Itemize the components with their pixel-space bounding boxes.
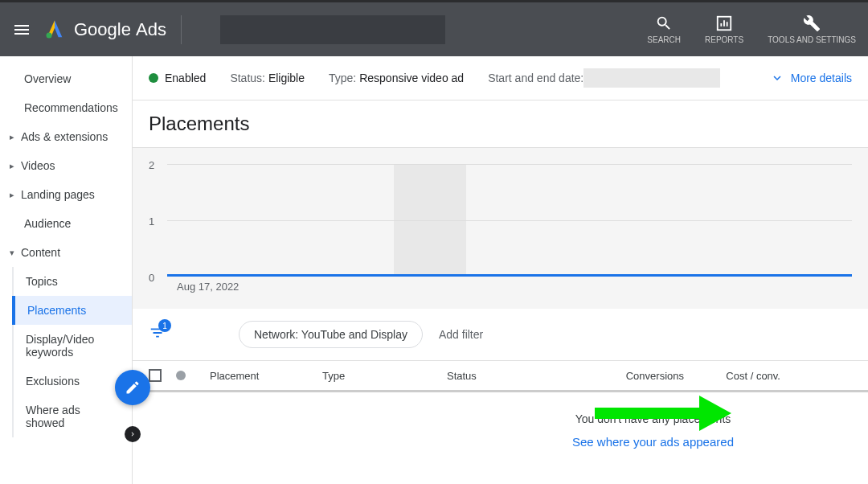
filter-icon-button[interactable]: 1 xyxy=(149,324,166,345)
app-header: Google Ads SEARCH REPORTS TOOLS AND SETT… xyxy=(0,0,868,56)
column-header-cost[interactable]: Cost / conv. xyxy=(684,370,780,382)
status-dot-icon xyxy=(149,73,158,83)
column-header-placement[interactable]: Placement xyxy=(210,370,322,382)
sidebar-item-ads-extensions[interactable]: ▸Ads & extensions xyxy=(0,122,132,151)
reports-button[interactable]: REPORTS xyxy=(705,14,743,45)
y-tick-label: 0 xyxy=(149,272,154,284)
page-title-bar: Placements xyxy=(133,100,868,148)
chevron-down-icon: ▾ xyxy=(10,248,21,258)
google-ads-logo-icon xyxy=(43,18,66,41)
column-header-status[interactable]: Status xyxy=(447,370,592,382)
sidebar-item-display-video-keywords[interactable]: Display/Video keywords xyxy=(14,325,132,367)
x-tick-label: Aug 17, 2022 xyxy=(177,281,239,293)
sidebar-nav: Overview Recommendations ▸Ads & extensio… xyxy=(0,56,133,484)
sidebar-item-topics[interactable]: Topics xyxy=(14,267,132,296)
filter-bar: 1 Network: YouTube and Display Add filte… xyxy=(133,309,868,361)
filter-count-badge: 1 xyxy=(158,319,171,332)
svg-point-0 xyxy=(47,32,52,38)
chevron-right-icon: ▸ xyxy=(10,161,21,171)
sidebar-item-placements[interactable]: Placements xyxy=(12,296,132,325)
add-filter-button[interactable]: Add filter xyxy=(439,328,483,341)
sidebar-item-where-ads-showed[interactable]: Where ads showed xyxy=(14,396,132,437)
menu-icon[interactable] xyxy=(12,20,31,39)
annotation-arrow xyxy=(595,396,731,431)
chart-x-axis xyxy=(167,274,852,277)
y-tick-label: 1 xyxy=(149,215,154,228)
pencil-icon xyxy=(125,379,141,396)
chart-gridline xyxy=(167,220,852,221)
select-all-checkbox[interactable] xyxy=(149,369,162,382)
logo[interactable]: Google Ads xyxy=(43,18,166,41)
sidebar-item-audience[interactable]: Audience xyxy=(0,209,132,238)
more-details-link[interactable]: More details xyxy=(770,71,852,85)
search-button[interactable]: SEARCH xyxy=(647,14,681,45)
sidebar-item-content[interactable]: ▾Content xyxy=(0,238,132,267)
filter-chip-network[interactable]: Network: YouTube and Display xyxy=(239,321,423,348)
column-header-type[interactable]: Type xyxy=(322,370,447,382)
header-divider xyxy=(181,15,182,44)
main-content: Enabled Status: Eligible Type: Responsiv… xyxy=(133,56,868,484)
status-info: Status: Eligible xyxy=(230,72,305,84)
tools-icon xyxy=(803,14,821,32)
empty-state-link[interactable]: See where your ads appeared xyxy=(438,435,868,449)
app-name: Google Ads xyxy=(74,19,166,40)
sidebar-item-recommendations[interactable]: Recommendations xyxy=(0,93,132,122)
chevron-down-icon xyxy=(770,71,784,85)
date-range-value[interactable] xyxy=(583,68,720,88)
reports-icon xyxy=(715,14,733,32)
date-info: Start and end date: xyxy=(488,68,720,88)
y-tick-label: 2 xyxy=(149,159,154,171)
sidebar-item-overview[interactable]: Overview xyxy=(0,64,132,93)
chart-area: 2 1 0 Aug 17, 2022 xyxy=(133,148,868,309)
column-header-conversions[interactable]: Conversions xyxy=(592,370,684,382)
chevron-right-icon: ▸ xyxy=(10,190,21,200)
empty-state: You don't have any placements See where … xyxy=(133,392,868,449)
type-info: Type: Responsive video ad xyxy=(329,72,464,84)
chevron-right-icon: ▸ xyxy=(10,132,21,142)
tools-settings-button[interactable]: TOOLS AND SETTINGS xyxy=(768,14,856,45)
sidebar-item-landing-pages[interactable]: ▸Landing pages xyxy=(0,180,132,209)
enabled-status[interactable]: Enabled xyxy=(149,72,206,84)
header-account-selector[interactable] xyxy=(220,15,445,44)
sidebar-item-videos[interactable]: ▸Videos xyxy=(0,151,132,180)
sidebar-item-exclusions[interactable]: Exclusions xyxy=(14,367,132,396)
table-header-row: Placement Type Status Conversions Cost /… xyxy=(133,361,868,392)
chart-gridline xyxy=(167,164,852,165)
page-title: Placements xyxy=(149,113,852,135)
edit-fab-button[interactable] xyxy=(115,370,150,405)
status-column-icon[interactable] xyxy=(176,371,186,380)
search-icon xyxy=(655,14,673,32)
status-bar: Enabled Status: Eligible Type: Responsiv… xyxy=(133,56,868,100)
